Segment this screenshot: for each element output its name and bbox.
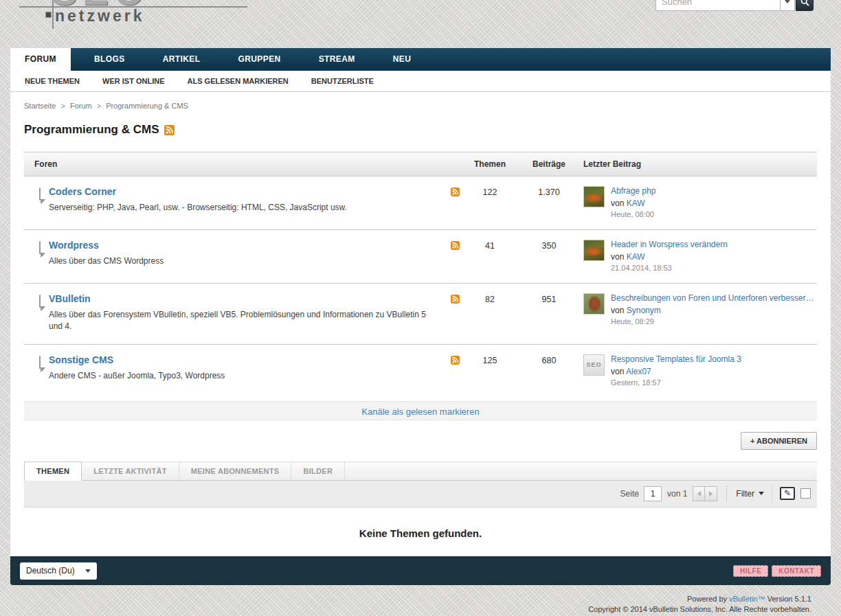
- rss-icon[interactable]: [164, 125, 175, 135]
- last-post-title-link[interactable]: Header in Worspress verändern: [611, 240, 728, 249]
- last-post-author-link[interactable]: KAW: [627, 198, 645, 208]
- rss-icon[interactable]: [451, 295, 460, 304]
- forum-link[interactable]: Wordpress: [49, 240, 164, 251]
- forum-link[interactable]: Coders Corner: [49, 186, 347, 197]
- tab-themen[interactable]: THEMEN: [24, 461, 82, 481]
- nav-tab-artikel[interactable]: ARTIKEL: [148, 48, 215, 71]
- topic-list-toolbar: Seite von 1 Filter: [24, 481, 817, 507]
- next-page-button[interactable]: [705, 486, 717, 501]
- search-button[interactable]: [796, 0, 814, 11]
- breadcrumb-startseite[interactable]: Startseite: [24, 102, 56, 110]
- rss-icon[interactable]: [451, 241, 460, 250]
- chevron-left-icon: [695, 491, 701, 497]
- last-post-author-link[interactable]: KAW: [627, 252, 645, 262]
- help-link[interactable]: HILFE: [733, 565, 768, 577]
- subnav-neue-themen[interactable]: NEUE THEMEN: [25, 77, 80, 85]
- column-header-beitraege: Beiträge: [520, 159, 578, 169]
- column-header-themen: Themen: [460, 159, 520, 169]
- select-all-checkbox[interactable]: [800, 488, 811, 499]
- forum-link[interactable]: VBulletin: [49, 293, 441, 304]
- last-post: Abfrage php von KAW Heute, 08:00: [583, 186, 817, 218]
- subnav-benutzerliste[interactable]: BENUTZERLISTE: [311, 77, 374, 85]
- language-label: Deutsch (Du): [26, 566, 75, 575]
- subscribe-button[interactable]: + ABONNIEREN: [741, 432, 817, 450]
- subnav-als-gelesen-markieren[interactable]: ALS GELESEN MARKIEREN: [188, 77, 289, 85]
- last-post-avatar[interactable]: [583, 293, 605, 315]
- nav-tab-neu[interactable]: NEU: [379, 48, 426, 71]
- site-logo[interactable]: SEO netzwerk: [19, 0, 249, 31]
- page-header: SEO netzwerk: [10, 0, 831, 48]
- footer-bar: Deutsch (Du) HILFE KONTAKT: [10, 556, 831, 585]
- breadcrumb-separator: >: [97, 102, 101, 110]
- nav-tab-blogs[interactable]: BLOGS: [80, 48, 139, 71]
- search-scope-dropdown[interactable]: [781, 0, 795, 11]
- breadcrumb-current: Programmierung & CMS: [106, 102, 188, 110]
- last-post-avatar[interactable]: [583, 186, 605, 207]
- vbulletin-link[interactable]: vBulletin™: [729, 595, 765, 603]
- post-count: 350: [520, 240, 578, 272]
- last-post-date: Heute, 08:29: [611, 317, 814, 326]
- page-of-label: von 1: [667, 489, 687, 499]
- page-wrapper: SEO netzwerk FORUM BLOGS ARTIKEL GRUPPEN…: [10, 0, 831, 615]
- von-label: von: [611, 306, 624, 315]
- tab-meine-abonnements[interactable]: MEINE ABONNEMENTS: [179, 462, 292, 480]
- rss-icon[interactable]: [451, 187, 460, 196]
- empty-state-message: Keine Themen gefunden.: [24, 527, 817, 539]
- contact-link[interactable]: KONTAKT: [772, 565, 821, 577]
- secondary-navigation: NEUE THEMEN WER IST ONLINE ALS GELESEN M…: [10, 71, 831, 92]
- breadcrumb-separator: >: [60, 102, 65, 110]
- logo-text-secondary: netzwerk: [55, 7, 144, 25]
- nav-tab-forum[interactable]: FORUM: [10, 48, 71, 71]
- version-label: Version 5.1.1: [765, 595, 811, 603]
- nav-tab-stream[interactable]: STREAM: [304, 48, 370, 71]
- post-count: 1.370: [520, 186, 578, 218]
- last-post: Responsive Templates für Joomla 3 von Al…: [583, 354, 817, 387]
- powered-by-label: Powered by: [687, 595, 729, 603]
- topic-count: 41: [460, 240, 520, 272]
- last-post-title-link[interactable]: Beschreibungen von Foren und Unterforen …: [611, 293, 814, 303]
- main-navigation: FORUM BLOGS ARTIKEL GRUPPEN STREAM NEU: [10, 48, 831, 71]
- forum-row: Wordpress Alles über das CMS Wordpress 4…: [24, 229, 817, 283]
- chevron-down-icon: [85, 569, 91, 575]
- last-post: Beschreibungen von Foren und Unterforen …: [583, 293, 817, 326]
- last-post-author-link[interactable]: Synonym: [627, 306, 661, 315]
- last-post-author-link[interactable]: Alex07: [626, 367, 651, 376]
- pagination-controls: [693, 486, 717, 501]
- tab-bilder[interactable]: BILDER: [291, 462, 345, 480]
- previous-page-button[interactable]: [693, 486, 705, 501]
- language-select[interactable]: Deutsch (Du): [20, 562, 97, 580]
- footer-links: HILFE KONTAKT: [733, 565, 821, 577]
- column-header-letzter-beitrag: Letzter Beitrag: [578, 159, 817, 169]
- von-label: von: [611, 198, 624, 208]
- von-label: von: [611, 252, 624, 262]
- breadcrumb: Startseite > Forum > Programmierung & CM…: [24, 92, 817, 110]
- last-post-date: 21.04.2014, 18:53: [611, 264, 728, 272]
- page-title-row: Programmierung & CMS: [24, 123, 817, 137]
- filter-label: Filter: [736, 489, 754, 499]
- filter-dropdown[interactable]: Filter: [736, 489, 764, 499]
- footer-credits: Powered by vBulletin™ Version 5.1.1 Copy…: [10, 585, 831, 615]
- search-input[interactable]: [655, 0, 781, 11]
- post-count: 680: [520, 354, 578, 387]
- last-post: Header in Worspress verändern von KAW 21…: [583, 240, 817, 272]
- edit-list-icon[interactable]: [780, 487, 795, 500]
- nav-tab-gruppen[interactable]: GRUPPEN: [223, 48, 295, 71]
- logo-square-icon: [45, 12, 52, 18]
- last-post-title-link[interactable]: Responsive Templates für Joomla 3: [611, 354, 741, 364]
- tab-letzte-aktivitaet[interactable]: LETZTE AKTIVITÄT: [82, 462, 179, 480]
- breadcrumb-forum[interactable]: Forum: [70, 102, 92, 110]
- mark-read-bar: Kanäle als gelesen markieren: [24, 401, 817, 420]
- page-number-input[interactable]: [644, 486, 662, 501]
- subnav-wer-ist-online[interactable]: WER IST ONLINE: [102, 77, 164, 85]
- mark-channels-read-link[interactable]: Kanäle als gelesen markieren: [361, 407, 479, 417]
- forum-link[interactable]: Sonstige CMS: [49, 354, 225, 365]
- main-content: Startseite > Forum > Programmierung & CM…: [10, 92, 831, 556]
- topic-count: 122: [460, 186, 520, 218]
- last-post-title-link[interactable]: Abfrage php: [611, 186, 655, 196]
- last-post-avatar[interactable]: [583, 354, 605, 376]
- search-icon: [800, 0, 809, 6]
- forum-bubble-icon: [39, 356, 41, 369]
- last-post-date: Heute, 08:00: [611, 210, 655, 218]
- rss-icon[interactable]: [451, 356, 460, 365]
- last-post-avatar[interactable]: [583, 240, 605, 261]
